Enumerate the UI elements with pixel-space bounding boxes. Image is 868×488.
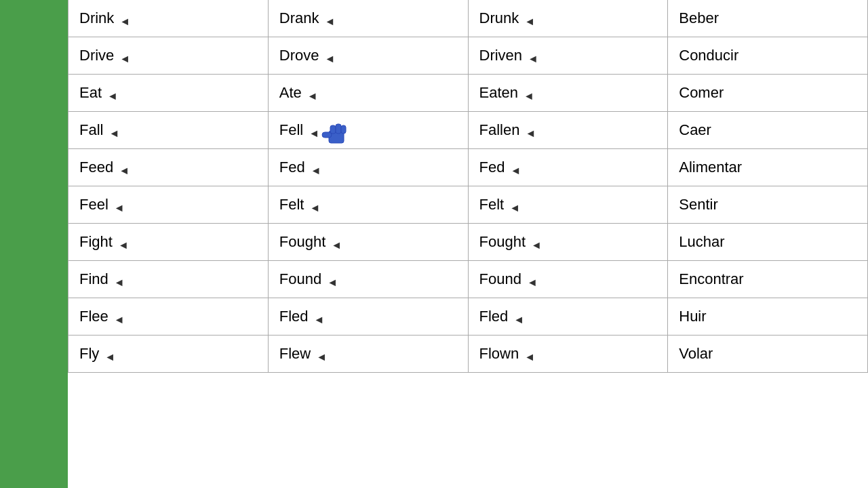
cell-text: Caer — [679, 121, 711, 138]
sound-icon[interactable] — [119, 49, 133, 62]
sound-icon[interactable] — [524, 86, 537, 100]
spanish-cell: Huir — [668, 298, 868, 336]
table-row: FightFoughtFoughtLuchar — [68, 224, 868, 261]
base-cell: Drive — [68, 37, 269, 75]
sound-icon[interactable] — [327, 272, 340, 286]
cell-text: Feel — [79, 196, 108, 213]
cell-text: Fed — [279, 159, 305, 176]
sound-icon[interactable] — [119, 161, 132, 174]
sound-icon[interactable] — [311, 161, 324, 174]
participle-cell: Eaten — [468, 75, 668, 112]
cell-text: Fallen — [479, 121, 520, 138]
participle-cell: Found — [468, 261, 668, 298]
sound-icon[interactable] — [527, 272, 540, 286]
cell-text: Fell — [279, 121, 303, 138]
table-row: FlyFlewFlownVolar — [68, 336, 868, 373]
base-cell: Feel — [68, 186, 269, 224]
sound-icon[interactable] — [524, 12, 538, 25]
cell-text: Eaten — [479, 84, 519, 101]
past-cell: Drove — [268, 37, 468, 75]
cell-text: Fled — [479, 308, 509, 325]
cell-text: Beber — [679, 9, 719, 26]
spanish-cell: Comer — [668, 75, 868, 112]
spanish-cell: Volar — [668, 336, 868, 373]
sound-icon[interactable] — [331, 235, 344, 249]
cell-text: Conducir — [679, 47, 738, 64]
sound-icon[interactable] — [513, 310, 527, 323]
table-row: DrinkDrankDrunkBeber — [68, 0, 868, 37]
cell-text: Sentir — [679, 196, 717, 213]
sound-icon[interactable] — [314, 310, 328, 323]
participle-cell: Drunk — [468, 0, 668, 37]
base-cell: Flee — [68, 298, 269, 336]
past-cell: Fell — [268, 112, 468, 149]
cell-text: Huir — [679, 308, 706, 325]
cell-text: Comer — [679, 84, 724, 101]
sound-icon[interactable] — [107, 86, 121, 100]
sound-icon[interactable] — [509, 198, 523, 211]
sound-icon[interactable] — [531, 235, 545, 249]
vocabulary-table-wrapper: DrinkDrankDrunkBeberDriveDroveDrivenCond… — [68, 0, 868, 488]
sound-icon[interactable] — [108, 123, 122, 137]
table-row: DriveDroveDrivenConducir — [68, 37, 868, 75]
past-cell: Ate — [268, 75, 468, 112]
cell-text: Ate — [279, 84, 302, 101]
sound-icon[interactable] — [307, 86, 321, 100]
cell-text: Alimentar — [679, 159, 742, 176]
spanish-cell: Caer — [668, 112, 868, 149]
table-row: FeedFedFedAlimentar — [68, 149, 868, 186]
sound-icon[interactable] — [510, 161, 524, 174]
spanish-cell: Sentir — [668, 186, 868, 224]
sound-icon[interactable] — [309, 123, 322, 137]
table-row: FallFellFallenCaer — [68, 112, 868, 149]
sound-icon[interactable] — [119, 12, 133, 25]
cell-text: Flee — [79, 308, 108, 325]
cell-text: Found — [279, 270, 321, 287]
base-cell: Fly — [68, 336, 269, 373]
sound-icon[interactable] — [324, 49, 338, 62]
sound-icon[interactable] — [114, 310, 127, 323]
sound-icon[interactable] — [528, 49, 541, 62]
cell-text: Drunk — [479, 9, 519, 26]
sound-icon[interactable] — [525, 123, 538, 137]
sound-icon[interactable] — [524, 347, 538, 361]
cell-text: Found — [479, 270, 521, 287]
sound-icon[interactable] — [309, 198, 323, 211]
cell-text: Felt — [479, 196, 505, 213]
cell-text: Encontrar — [679, 270, 743, 287]
cell-text: Drove — [279, 47, 319, 64]
cell-text: Fall — [79, 121, 103, 138]
cell-text: Flown — [479, 345, 519, 362]
cell-text: Fought — [279, 233, 326, 250]
participle-cell: Fallen — [468, 112, 668, 149]
cell-text: Driven — [479, 47, 523, 64]
cell-text: Volar — [679, 345, 713, 362]
base-cell: Eat — [68, 75, 269, 112]
left-sidebar — [0, 0, 68, 488]
vocabulary-table: DrinkDrankDrunkBeberDriveDroveDrivenCond… — [68, 0, 868, 373]
past-cell: Flew — [268, 336, 468, 373]
cell-text: Drive — [79, 47, 114, 64]
cell-text: Eat — [79, 84, 102, 101]
sound-icon[interactable] — [104, 347, 118, 361]
participle-cell: Fed — [468, 149, 668, 186]
base-cell: Feed — [68, 149, 269, 186]
participle-cell: Fought — [468, 224, 668, 261]
base-cell: Fight — [68, 224, 269, 261]
past-cell: Found — [268, 261, 468, 298]
cell-text: Fight — [79, 233, 113, 250]
sound-icon[interactable] — [114, 272, 127, 286]
spanish-cell: Beber — [668, 0, 868, 37]
cell-text: Fed — [479, 159, 505, 176]
spanish-cell: Encontrar — [668, 261, 868, 298]
sound-icon[interactable] — [114, 198, 127, 211]
sound-icon[interactable] — [324, 12, 338, 25]
table-row: FindFoundFoundEncontrar — [68, 261, 868, 298]
cell-text: Drank — [279, 9, 319, 26]
sound-icon[interactable] — [118, 235, 132, 249]
sound-icon[interactable] — [316, 347, 330, 361]
spanish-cell: Conducir — [668, 37, 868, 75]
table-row: EatAteEatenComer — [68, 75, 868, 112]
cell-text: Find — [79, 270, 108, 287]
table-row: FeelFeltFeltSentir — [68, 186, 868, 224]
